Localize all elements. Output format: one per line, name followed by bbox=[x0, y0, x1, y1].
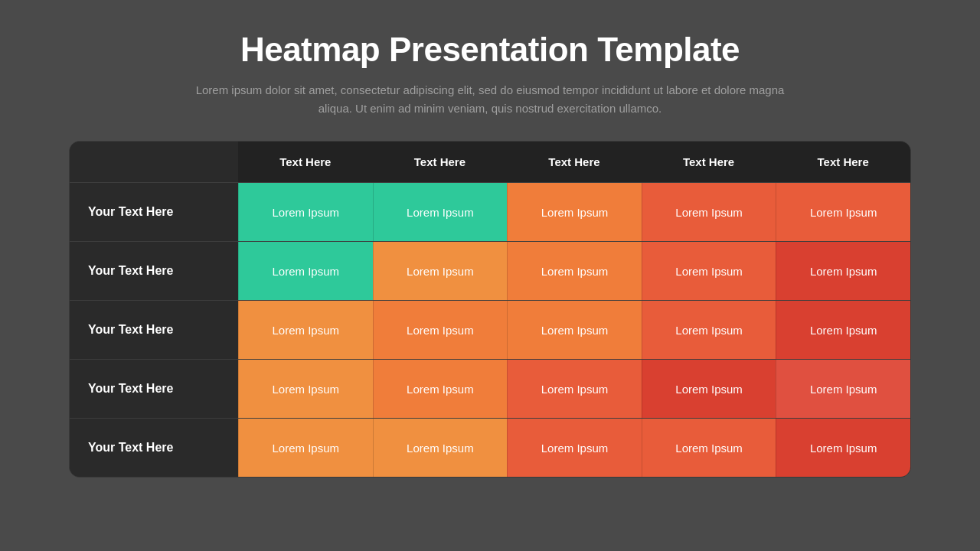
cell-4-1: Lorem Ipsum bbox=[238, 360, 373, 419]
heatmap-table-container: Text Here Text Here Text Here Text Here … bbox=[69, 141, 911, 478]
row-label-1: Your Text Here bbox=[70, 183, 238, 242]
col-header-5: Text Here bbox=[776, 142, 910, 183]
table-header-row: Text Here Text Here Text Here Text Here … bbox=[70, 142, 910, 183]
cell-4-5: Lorem Ipsum bbox=[776, 360, 910, 419]
cell-1-1: Lorem Ipsum bbox=[238, 183, 373, 242]
table-row: Your Text Here Lorem Ipsum Lorem Ipsum L… bbox=[70, 419, 910, 478]
cell-4-2: Lorem Ipsum bbox=[373, 360, 508, 419]
table-row: Your Text Here Lorem Ipsum Lorem Ipsum L… bbox=[70, 301, 910, 360]
cell-5-1: Lorem Ipsum bbox=[238, 419, 373, 478]
row-label-4: Your Text Here bbox=[70, 360, 238, 419]
table-row: Your Text Here Lorem Ipsum Lorem Ipsum L… bbox=[70, 183, 910, 242]
col-header-0 bbox=[70, 142, 238, 183]
cell-5-2: Lorem Ipsum bbox=[373, 419, 508, 478]
table-row: Your Text Here Lorem Ipsum Lorem Ipsum L… bbox=[70, 242, 910, 301]
col-header-2: Text Here bbox=[373, 142, 508, 183]
page-subtitle: Lorem ipsum dolor sit amet, consectetur … bbox=[191, 81, 789, 118]
col-header-3: Text Here bbox=[507, 142, 642, 183]
cell-3-1: Lorem Ipsum bbox=[238, 301, 373, 360]
cell-3-3: Lorem Ipsum bbox=[507, 301, 642, 360]
cell-3-5: Lorem Ipsum bbox=[776, 301, 910, 360]
cell-5-5: Lorem Ipsum bbox=[776, 419, 910, 478]
cell-2-2: Lorem Ipsum bbox=[373, 242, 508, 301]
row-label-2: Your Text Here bbox=[70, 242, 238, 301]
cell-2-3: Lorem Ipsum bbox=[507, 242, 642, 301]
cell-5-3: Lorem Ipsum bbox=[507, 419, 642, 478]
row-label-5: Your Text Here bbox=[70, 419, 238, 478]
cell-4-3: Lorem Ipsum bbox=[507, 360, 642, 419]
page-wrapper: Heatmap Presentation Template Lorem ipsu… bbox=[0, 0, 980, 551]
table-row: Your Text Here Lorem Ipsum Lorem Ipsum L… bbox=[70, 360, 910, 419]
cell-2-5: Lorem Ipsum bbox=[776, 242, 910, 301]
cell-1-3: Lorem Ipsum bbox=[507, 183, 642, 242]
cell-1-2: Lorem Ipsum bbox=[373, 183, 508, 242]
cell-3-2: Lorem Ipsum bbox=[373, 301, 508, 360]
col-header-4: Text Here bbox=[642, 142, 776, 183]
cell-2-1: Lorem Ipsum bbox=[238, 242, 373, 301]
cell-3-4: Lorem Ipsum bbox=[642, 301, 776, 360]
heatmap-table: Text Here Text Here Text Here Text Here … bbox=[70, 142, 910, 477]
cell-1-4: Lorem Ipsum bbox=[642, 183, 776, 242]
col-header-1: Text Here bbox=[238, 142, 373, 183]
page-title: Heatmap Presentation Template bbox=[240, 31, 740, 69]
cell-1-5: Lorem Ipsum bbox=[776, 183, 910, 242]
cell-4-4: Lorem Ipsum bbox=[642, 360, 776, 419]
cell-5-4: Lorem Ipsum bbox=[642, 419, 776, 478]
cell-2-4: Lorem Ipsum bbox=[642, 242, 776, 301]
row-label-3: Your Text Here bbox=[70, 301, 238, 360]
